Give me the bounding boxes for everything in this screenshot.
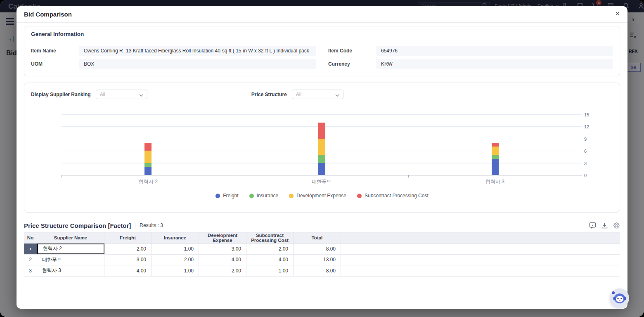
value-cell[interactable]: 13.00 xyxy=(294,255,341,265)
value-cell[interactable]: 1.00 xyxy=(152,244,199,254)
legend-label: Freight xyxy=(223,193,238,199)
legend-color-dot xyxy=(249,194,254,198)
value-cell[interactable]: 4.00 xyxy=(199,255,246,265)
price-structure-select[interactable]: All xyxy=(292,90,343,99)
column-header[interactable]: Supplier Name xyxy=(37,232,104,243)
value-cell[interactable]: 4.00 xyxy=(246,255,294,265)
supplier-name-cell[interactable]: 협력사 2 xyxy=(37,244,104,254)
supplier-name-cell[interactable]: 대한푸드 xyxy=(37,255,104,265)
currency-label: Currency xyxy=(328,61,376,67)
stacked-bar[interactable] xyxy=(318,123,325,175)
x-axis-category-label: 협력사 3 xyxy=(485,178,504,185)
x-axis-category-label: 대한푸드 xyxy=(312,178,331,185)
price-structure-value: All xyxy=(296,92,301,97)
supplier-ranking-value: All xyxy=(100,92,105,97)
column-header[interactable]: Subcontract Processing Cost xyxy=(246,232,294,243)
general-information-card: General Information Item Name Owens Corn… xyxy=(24,26,620,76)
title-divider xyxy=(135,222,135,228)
column-header[interactable]: No xyxy=(24,232,37,243)
bar-segment-insurance xyxy=(318,155,325,163)
bid-comparison-modal: Bid Comparison ✕ General Information Ite… xyxy=(17,6,627,309)
value-cell[interactable]: 2.00 xyxy=(246,244,294,254)
row-expand-chevron[interactable]: › xyxy=(24,244,37,254)
info-tooltip-icon[interactable] xyxy=(589,222,596,229)
chatbot-button[interactable] xyxy=(610,289,629,308)
uom-label: UOM xyxy=(31,61,79,67)
row-filler xyxy=(341,265,620,276)
chart-legend: FreightInsuranceDevelopment ExpenseSubco… xyxy=(24,193,620,199)
legend-item[interactable]: Development Expense xyxy=(289,193,346,199)
bar-segment-insurance xyxy=(144,163,152,167)
column-header[interactable]: Total xyxy=(294,232,341,243)
results-count: Results : 3 xyxy=(140,222,163,228)
bar-segment-development-expense xyxy=(144,151,152,163)
table-row[interactable]: 2대한푸드3.002.004.004.0013.00 xyxy=(24,255,620,266)
item-name-value: Owens Corning R- 13 Kraft faced Fibergla… xyxy=(79,46,316,56)
x-axis-tick xyxy=(582,175,582,177)
item-code-label: Item Code xyxy=(328,48,376,54)
bar-segment-development-expense xyxy=(492,147,499,155)
value-cell[interactable]: 3.00 xyxy=(199,244,246,254)
chevron-down-icon xyxy=(335,91,339,98)
row-filler xyxy=(341,244,620,254)
gridline xyxy=(62,114,582,115)
y-axis-tick-label: 3 xyxy=(584,161,596,166)
bar-segment-subcontract-processing-cost xyxy=(318,123,325,139)
value-cell[interactable]: 4.00 xyxy=(104,265,152,276)
chart-filters: Display Supplier Ranking All Price Struc… xyxy=(24,83,620,99)
stacked-bar[interactable] xyxy=(492,143,499,175)
price-structure-table: NoSupplier NameFreightInsuranceDevelopme… xyxy=(24,232,620,277)
column-header[interactable]: Development Expense xyxy=(199,232,246,243)
legend-item[interactable]: Subcontract Processing Cost xyxy=(357,193,429,199)
value-cell[interactable]: 2.00 xyxy=(104,244,152,254)
field-item-name: Item Name Owens Corning R- 13 Kraft face… xyxy=(31,46,316,56)
close-icon[interactable]: ✕ xyxy=(615,10,620,17)
supplier-ranking-select[interactable]: All xyxy=(96,90,147,99)
screen: Caidentia Festo | IT | Admin English 4 xyxy=(0,0,644,317)
row-number[interactable]: 2 xyxy=(24,255,37,265)
y-axis-tick-label: 15 xyxy=(584,112,596,117)
uom-value: BOX xyxy=(79,59,316,69)
x-axis-tick xyxy=(408,175,409,177)
value-cell[interactable]: 3.00 xyxy=(104,255,152,265)
value-cell[interactable]: 8.00 xyxy=(294,244,341,254)
supplier-ranking-label: Display Supplier Ranking xyxy=(31,92,91,97)
value-cell[interactable]: 1.00 xyxy=(152,265,199,276)
x-axis-category-label: 협력사 2 xyxy=(139,178,158,185)
item-code-value: 654976 xyxy=(376,46,613,56)
stacked-bar[interactable] xyxy=(144,143,152,175)
legend-color-dot xyxy=(215,194,220,198)
y-axis-tick-label: 9 xyxy=(584,137,596,142)
price-structure-label: Price Structure xyxy=(251,92,287,97)
robot-icon xyxy=(613,292,627,305)
column-header[interactable]: Freight xyxy=(104,232,152,243)
table-row[interactable]: 3협력사 34.001.002.001.008.00 xyxy=(24,265,620,277)
supplier-name-cell[interactable]: 협력사 3 xyxy=(37,265,104,276)
chart-plot: 03691215협력사 2대한푸드협력사 3 xyxy=(62,115,582,175)
legend-color-dot xyxy=(289,194,294,198)
bar-segment-development-expense xyxy=(318,139,325,155)
general-information-title: General Information xyxy=(24,26,620,41)
row-filler xyxy=(341,255,620,265)
legend-label: Development Expense xyxy=(296,193,346,199)
legend-label: Insurance xyxy=(257,193,279,199)
download-icon[interactable] xyxy=(601,222,608,229)
legend-item[interactable]: Freight xyxy=(215,193,238,199)
value-cell[interactable]: 2.00 xyxy=(199,265,246,276)
modal-header: Bid Comparison ✕ xyxy=(17,6,627,23)
row-number[interactable]: 3 xyxy=(24,265,37,276)
header-filler xyxy=(341,232,620,243)
settings-gear-icon[interactable] xyxy=(613,222,620,229)
field-uom: UOM BOX xyxy=(31,59,316,69)
table-header-row: Price Structure Comparison [Factor] Resu… xyxy=(24,219,620,232)
table-title: Price Structure Comparison [Factor] xyxy=(24,222,131,229)
table-row[interactable]: ›협력사 22.001.003.002.008.00 xyxy=(24,244,620,255)
bar-segment-freight xyxy=(492,159,499,175)
y-axis-tick-label: 6 xyxy=(584,149,596,154)
value-cell[interactable]: 8.00 xyxy=(294,265,341,276)
column-header[interactable]: Insurance xyxy=(152,232,199,243)
value-cell[interactable]: 2.00 xyxy=(152,255,199,265)
value-cell[interactable]: 1.00 xyxy=(246,265,294,276)
y-axis-tick-label: 12 xyxy=(584,124,596,129)
legend-item[interactable]: Insurance xyxy=(249,193,279,199)
